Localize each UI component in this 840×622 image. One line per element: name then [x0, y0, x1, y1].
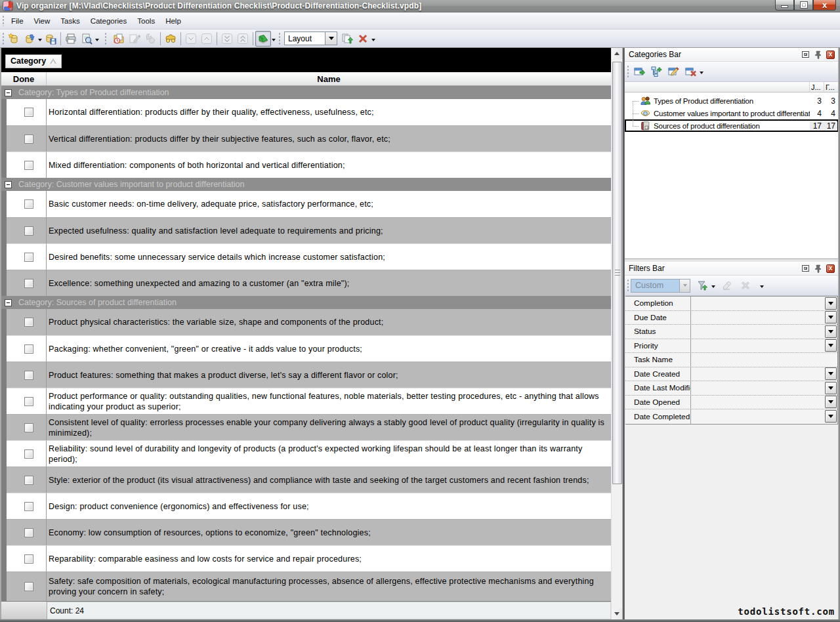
categories-count-column-1[interactable]: J...	[809, 82, 824, 92]
task-checkbox[interactable]	[24, 423, 33, 432]
filter-value[interactable]	[691, 297, 825, 310]
find-button[interactable]	[163, 31, 178, 47]
task-row[interactable]: Economy: low consumption of resources, o…	[1, 519, 611, 545]
task-row[interactable]: Product physical characteristics: the va…	[1, 309, 611, 335]
filter-dropdown-button[interactable]	[825, 382, 837, 394]
filter-dropdown-button[interactable]	[825, 339, 837, 352]
categories-close-button[interactable]: x	[826, 50, 835, 59]
filter-preset-dropdown-button[interactable]	[679, 279, 690, 293]
filter-value[interactable]	[691, 311, 825, 325]
minimize-button[interactable]	[775, 0, 794, 10]
toolbar-drag-handle[interactable]	[626, 279, 629, 293]
column-header-done[interactable]: Done	[1, 72, 47, 85]
toolbar-drag-handle[interactable]	[104, 32, 107, 45]
move-up-button[interactable]	[199, 31, 215, 47]
print-button[interactable]	[63, 31, 79, 47]
menu-item-tools[interactable]: Tools	[132, 14, 160, 28]
apply-layout-button[interactable]	[339, 31, 355, 47]
filter-value[interactable]	[691, 325, 825, 339]
new-task-button[interactable]	[111, 31, 127, 47]
toolbar-drag-handle[interactable]	[626, 65, 629, 79]
task-checkbox[interactable]	[24, 226, 33, 236]
category-group-row[interactable]: Category: Types of Product differentiati…	[1, 86, 611, 99]
new-subcategory-button[interactable]	[648, 64, 664, 79]
task-checkbox[interactable]	[24, 253, 33, 262]
task-row[interactable]: Packaging: whether convenient, "green" o…	[1, 335, 611, 362]
filter-value[interactable]	[691, 381, 825, 395]
task-checkbox[interactable]	[24, 582, 33, 591]
menu-drag-handle[interactable]	[1, 15, 5, 27]
category-tree-row[interactable]: Customer values important to product dif…	[625, 107, 838, 119]
task-row[interactable]: Design: product convenience (ergonomics)…	[1, 493, 611, 519]
task-row[interactable]: Mixed differentiation: components of bot…	[1, 152, 611, 178]
task-checkbox[interactable]	[24, 371, 33, 380]
scrollbar-down-button[interactable]	[612, 608, 622, 619]
task-row[interactable]: Product performance or quality: outstand…	[1, 388, 611, 414]
category-group-row[interactable]: Category: Customer values important to p…	[1, 178, 611, 191]
categories-count-column-2[interactable]: Г...	[824, 82, 838, 92]
filter-value[interactable]	[691, 396, 825, 409]
category-group-row[interactable]: Category: Sources of product differentia…	[1, 296, 611, 309]
task-row[interactable]: Reparability: comparable easiness and lo…	[1, 545, 611, 571]
delete-layout-button[interactable]	[355, 31, 371, 47]
filter-dropdown-button[interactable]	[825, 297, 837, 310]
layout-combo-value[interactable]: Layout	[284, 31, 325, 45]
task-checkbox[interactable]	[24, 135, 33, 144]
collapse-icon[interactable]	[5, 181, 12, 188]
layout-view-dropdown-button[interactable]	[271, 31, 276, 46]
scrollbar-up-button[interactable]	[612, 48, 622, 59]
toolbar-drag-handle[interactable]	[1, 32, 5, 45]
task-checkbox[interactable]	[24, 476, 33, 485]
collapse-icon[interactable]	[5, 89, 12, 96]
apply-filter-dropdown-button[interactable]	[711, 278, 716, 293]
filter-value[interactable]	[691, 367, 825, 381]
collapse-icon[interactable]	[5, 299, 12, 306]
task-checkbox[interactable]	[24, 397, 33, 406]
task-checkbox[interactable]	[24, 161, 33, 170]
close-button[interactable]: x	[813, 0, 836, 10]
filters-more-options-button[interactable]	[759, 278, 765, 293]
delete-category-button[interactable]	[682, 64, 698, 79]
group-by-category-button[interactable]: Category	[5, 54, 62, 68]
save-database-button[interactable]	[43, 31, 58, 47]
column-header-name[interactable]: Name	[47, 72, 611, 85]
move-bottom-button[interactable]	[219, 31, 235, 47]
categories-pin-button[interactable]	[813, 50, 823, 59]
menu-item-file[interactable]: File	[6, 14, 29, 28]
edit-category-button[interactable]	[665, 64, 681, 79]
move-down-button[interactable]	[183, 31, 199, 47]
filter-value[interactable]	[691, 409, 825, 424]
task-row[interactable]: Consistent level of quality: errorless p…	[1, 414, 611, 440]
menu-item-view[interactable]: View	[29, 14, 56, 28]
filter-dropdown-button[interactable]	[825, 311, 837, 323]
filter-preset-value[interactable]: Custom	[631, 279, 679, 293]
task-row[interactable]: Excellence: something unexpected and ama…	[1, 270, 611, 296]
filter-value[interactable]	[691, 339, 825, 353]
menu-item-categories[interactable]: Categories	[85, 14, 133, 28]
new-database-button[interactable]	[6, 31, 22, 47]
menu-item-tasks[interactable]: Tasks	[55, 14, 85, 28]
edit-task-button[interactable]	[127, 31, 142, 47]
filters-restore-button[interactable]	[801, 264, 810, 273]
task-row[interactable]: Horizontal differentiation: products dif…	[1, 99, 611, 125]
scrollbar-thumb[interactable]	[612, 62, 622, 484]
toolbar-more-options-button[interactable]	[371, 31, 376, 46]
task-checkbox[interactable]	[24, 199, 33, 209]
task-checkbox[interactable]	[24, 344, 33, 354]
open-database-dropdown-button[interactable]	[37, 31, 43, 46]
task-tools-button[interactable]	[142, 31, 158, 47]
task-row[interactable]: Desired benefits: some unnecessary servi…	[1, 243, 611, 270]
filter-dropdown-button[interactable]	[825, 396, 837, 408]
categories-restore-button[interactable]	[801, 50, 810, 59]
restore-button[interactable]	[794, 0, 813, 10]
task-row[interactable]: Product features: something that makes a…	[1, 362, 611, 388]
task-checkbox[interactable]	[24, 318, 33, 327]
task-checkbox[interactable]	[24, 554, 33, 564]
filter-dropdown-button[interactable]	[825, 367, 837, 380]
print-preview-button[interactable]	[79, 31, 94, 47]
task-checkbox[interactable]	[24, 449, 33, 459]
category-tree-row[interactable]: Types of Product differentiation33	[625, 94, 838, 107]
task-checkbox[interactable]	[24, 528, 33, 537]
filter-dropdown-button[interactable]	[825, 410, 837, 423]
new-category-button[interactable]	[631, 64, 647, 79]
